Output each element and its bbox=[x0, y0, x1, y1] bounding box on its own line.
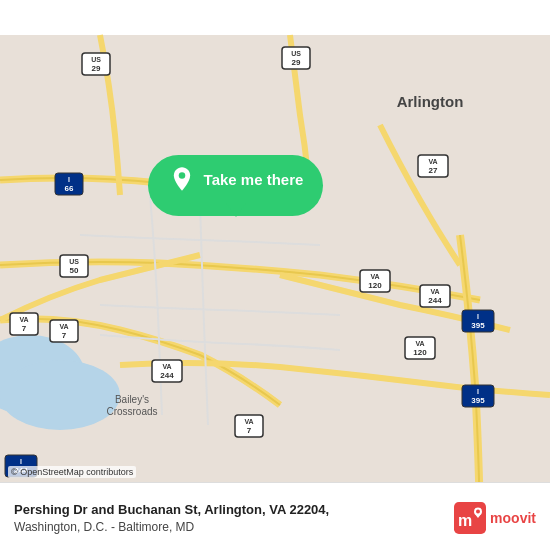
bottom-bar: Pershing Dr and Buchanan St, Arlington, … bbox=[0, 482, 550, 550]
svg-text:US: US bbox=[69, 258, 79, 265]
svg-text:7: 7 bbox=[22, 324, 27, 333]
svg-point-59 bbox=[476, 509, 480, 513]
map-container: US 29 US 29 I 66 US 50 VA 7 VA 7 VA 120 … bbox=[0, 0, 550, 550]
take-me-there-bubble[interactable]: Take me there bbox=[148, 155, 323, 216]
svg-text:29: 29 bbox=[292, 58, 301, 67]
moovit-logo: m moovit bbox=[454, 502, 536, 534]
svg-text:VA: VA bbox=[370, 273, 379, 280]
svg-text:VA: VA bbox=[244, 418, 253, 425]
svg-text:Arlington: Arlington bbox=[397, 93, 464, 110]
svg-text:VA: VA bbox=[59, 323, 68, 330]
svg-text:I: I bbox=[20, 458, 22, 465]
svg-text:66: 66 bbox=[65, 184, 74, 193]
svg-point-54 bbox=[178, 172, 185, 179]
svg-text:244: 244 bbox=[160, 371, 174, 380]
svg-text:120: 120 bbox=[368, 281, 382, 290]
svg-text:m: m bbox=[458, 512, 472, 529]
svg-text:I: I bbox=[477, 388, 479, 395]
svg-text:29: 29 bbox=[92, 64, 101, 73]
take-me-there-label: Take me there bbox=[204, 171, 304, 188]
svg-text:I: I bbox=[477, 313, 479, 320]
svg-text:US: US bbox=[91, 56, 101, 63]
svg-text:Bailey's: Bailey's bbox=[115, 394, 149, 405]
svg-text:VA: VA bbox=[430, 288, 439, 295]
svg-text:I: I bbox=[68, 176, 70, 183]
location-subtitle: Washington, D.C. - Baltimore, MD bbox=[14, 520, 444, 534]
svg-text:395: 395 bbox=[471, 321, 485, 330]
svg-text:7: 7 bbox=[62, 331, 67, 340]
svg-text:VA: VA bbox=[162, 363, 171, 370]
svg-text:244: 244 bbox=[428, 296, 442, 305]
pin-icon bbox=[168, 165, 196, 193]
moovit-text: moovit bbox=[490, 510, 536, 526]
svg-text:US: US bbox=[291, 50, 301, 57]
location-name: Pershing Dr and Buchanan St, Arlington, … bbox=[14, 501, 444, 519]
svg-text:27: 27 bbox=[429, 166, 438, 175]
svg-text:VA: VA bbox=[428, 158, 437, 165]
bubble-tail bbox=[226, 203, 246, 217]
osm-attribution: © OpenStreetMap contributors bbox=[8, 466, 136, 478]
svg-point-2 bbox=[0, 360, 120, 430]
svg-text:VA: VA bbox=[415, 340, 424, 347]
svg-text:Crossroads: Crossroads bbox=[106, 406, 157, 417]
bottom-bar-text: Pershing Dr and Buchanan St, Arlington, … bbox=[14, 501, 444, 533]
svg-text:VA: VA bbox=[19, 316, 28, 323]
svg-text:50: 50 bbox=[70, 266, 79, 275]
moovit-brand-icon: m bbox=[454, 502, 486, 534]
svg-text:7: 7 bbox=[247, 426, 252, 435]
svg-text:120: 120 bbox=[413, 348, 427, 357]
svg-text:395: 395 bbox=[471, 396, 485, 405]
